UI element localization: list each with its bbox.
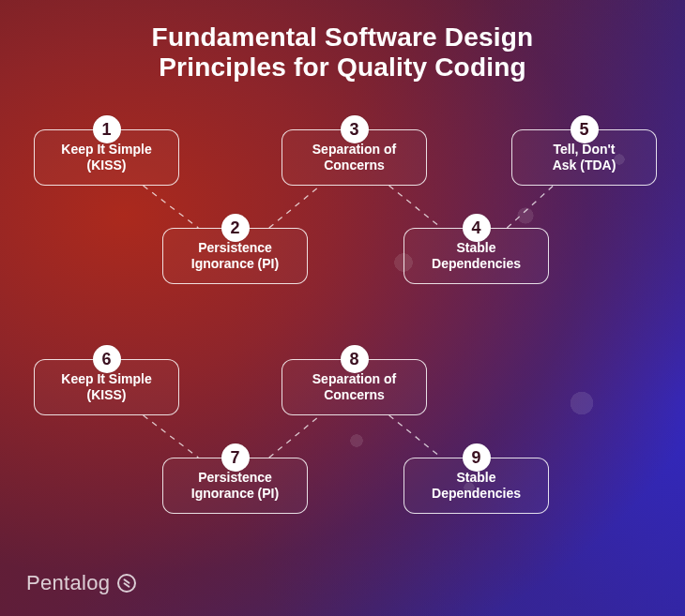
node-number-badge: 4 [463, 214, 491, 242]
node-label: Separation of Concerns [312, 371, 396, 404]
node-number-badge: 2 [221, 214, 250, 242]
connector-line [389, 415, 442, 458]
node-label: Persistence Ignorance (PI) [191, 470, 279, 503]
node-number-badge: 6 [93, 345, 121, 373]
connector-line [507, 186, 553, 228]
principle-node: 1Keep It Simple (KISS) [34, 129, 179, 186]
connector-line [144, 415, 199, 458]
principle-node: 5Tell, Don't Ask (TDA) [511, 129, 657, 186]
node-number-badge: 1 [93, 115, 121, 143]
principle-node: 7Persistence Ignorance (PI) [162, 458, 308, 514]
brand-name: Pentalog [26, 571, 110, 595]
node-number-badge: 7 [221, 443, 250, 472]
connector-line [269, 186, 320, 228]
principle-node: 8Separation of Concerns [282, 359, 427, 415]
node-label: Stable Dependencies [432, 240, 521, 273]
connector-line [389, 186, 442, 228]
node-label: Separation of Concerns [312, 142, 396, 174]
connector-line [144, 186, 199, 228]
brand: Pentalog [26, 571, 136, 595]
diagram-stage: 1Keep It Simple (KISS)2Persistence Ignor… [0, 92, 685, 579]
principle-node: 6Keep It Simple (KISS) [34, 359, 179, 415]
node-label: Tell, Don't Ask (TDA) [553, 142, 616, 174]
principle-node: 4Stable Dependencies [403, 228, 549, 284]
page-title: Fundamental Software Design Principles f… [0, 0, 685, 92]
node-number-badge: 9 [463, 443, 491, 472]
node-number-badge: 8 [341, 345, 369, 373]
node-number-badge: 3 [341, 115, 369, 143]
node-number-badge: 5 [571, 115, 599, 143]
node-label: Keep It Simple (KISS) [61, 371, 151, 404]
principle-node: 2Persistence Ignorance (PI) [162, 228, 308, 284]
node-label: Stable Dependencies [432, 470, 521, 503]
node-label: Keep It Simple (KISS) [61, 142, 151, 174]
principle-node: 3Separation of Concerns [282, 129, 427, 186]
connector-line [269, 415, 320, 458]
principle-node: 9Stable Dependencies [403, 458, 549, 514]
brand-logo-icon [117, 574, 136, 593]
node-label: Persistence Ignorance (PI) [191, 240, 279, 273]
